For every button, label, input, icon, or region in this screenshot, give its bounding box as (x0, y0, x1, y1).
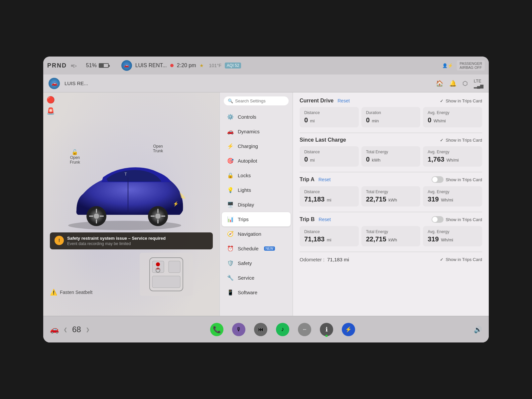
warning-banner: ! Safety restraint system issue – Servic… (50, 232, 213, 249)
menu-item-dynamics[interactable]: 🚗Dynamics (222, 124, 291, 139)
slc-energy-card: Total Energy 0 kWh (361, 146, 421, 167)
slc-distance-value: 0 mi (304, 156, 354, 163)
home-icon[interactable]: 🏠 (436, 80, 443, 87)
screen-header: 🚗 LUIS RE... 🏠 🔔 ⬡ LTE▂▄▆ (43, 74, 489, 92)
trip-b-title: Trip B (300, 216, 315, 222)
odometer-check: ✓ (440, 257, 444, 262)
odometer-row: Odometer : 71,183 mi ✓ Show in Trips Car… (300, 257, 482, 262)
svg-point-22 (156, 262, 160, 266)
car-bottom-icon[interactable]: 🚗 (50, 325, 59, 334)
menu-item-locks[interactable]: 🔒Locks (222, 168, 291, 183)
odometer-label: Odometer : (300, 257, 325, 262)
seatbelt-warning-icon: 🔴 (47, 96, 55, 104)
trip-b-header: Trip B Reset Show in Trips Card (300, 216, 482, 223)
open-trunk-button[interactable]: Open Trunk (153, 144, 163, 153)
current-drive-header: Current Drive Reset ✓ Show in Trips Card (300, 98, 482, 104)
trip-a-avg-energy-card: Avg. Energy 319 Wh/mi (423, 186, 482, 206)
fasten-seatbelt-warning: ⚠️ Fasten Seatbelt (50, 289, 92, 296)
main-content: 🔴 🚨 🔓 Open Frunk Open Trunk (43, 92, 489, 316)
menu-item-safety[interactable]: 🛡️Safety (222, 256, 291, 270)
settings-menu: 🔍 ⚙️Controls🚗Dynamics⚡Charging🎯Autopilot… (219, 92, 293, 316)
warning-text-block: Safety restraint system issue – Service … (67, 236, 166, 246)
menu-item-lights[interactable]: 💡Lights (222, 183, 291, 197)
battery-percent: 51% (86, 63, 97, 68)
since-last-charge-section: Since Last Charge ✓ Show in Trips Card D… (300, 137, 482, 167)
menu-item-safety-label: Safety (238, 260, 252, 266)
menu-item-charging-icon: ⚡ (227, 143, 234, 149)
search-input[interactable] (235, 98, 285, 103)
trip-b-avg-energy-label: Avg. Energy (428, 229, 477, 234)
trip-a-toggle-switch[interactable] (432, 176, 444, 183)
menu-item-navigation[interactable]: 🧭Navigation (222, 227, 291, 241)
menu-item-autopilot[interactable]: 🎯Autopilot (222, 154, 291, 168)
trip-b-reset[interactable]: Reset (319, 217, 331, 222)
bluetooth-icon[interactable]: ⬡ (463, 80, 468, 87)
menu-item-trips-icon: 📊 (227, 216, 234, 222)
trip-b-distance-value: 71,183 mi (304, 235, 354, 243)
current-drive-duration-value: 0 min (366, 116, 416, 124)
trip-b-trips-label: Show in Trips Card (446, 217, 482, 222)
menu-item-lights-icon: 💡 (227, 187, 234, 193)
menu-item-display-label: Display (238, 202, 254, 207)
current-drive-check: ✓ (440, 98, 444, 103)
header-car-avatar: 🚗 (49, 78, 60, 89)
since-last-charge-stats: Distance 0 mi Total Energy 0 kWh (300, 146, 482, 167)
menu-item-schedule-label: Schedule (238, 246, 259, 251)
menu-item-schedule-icon: ⏰ (227, 245, 234, 252)
trip-a-avg-energy-value: 319 Wh/mi (428, 196, 477, 203)
trip-a-reset[interactable]: Reset (319, 177, 331, 182)
menu-item-controls[interactable]: ⚙️Controls (222, 110, 291, 124)
status-temp: 101°F (209, 63, 222, 68)
bottom-bar: 🚗 ❮ 68 ❯ 📞 🎙 ⏮ ♪ ··· ℹ ⚡ 🔊 (43, 316, 489, 342)
passenger-airbag-icon: 👤⚡ (442, 63, 453, 68)
warning-sub: Event data recording may be limited (67, 241, 166, 246)
voice-app-button[interactable]: 🎙 (232, 323, 245, 336)
trip-a-total-energy-label: Total Energy (366, 190, 416, 194)
phone-app-button[interactable]: 📞 (210, 323, 223, 336)
divider-3 (300, 212, 482, 212)
since-last-charge-trips-label: Show in Trips Card (446, 138, 482, 143)
menu-item-software[interactable]: 📱Software (222, 285, 291, 300)
fasten-seatbelt-icon: ⚠️ (50, 289, 57, 296)
current-drive-reset[interactable]: Reset (337, 98, 350, 103)
current-drive-distance-label: Distance (304, 110, 354, 115)
fasten-seatbelt-label: Fasten Seatbelt (60, 290, 92, 295)
menu-item-schedule-badge: NEW (264, 246, 275, 251)
menu-item-navigation-icon: 🧭 (227, 231, 234, 237)
status-car-name: LUIS RENT... (135, 63, 167, 68)
spotify-app-button[interactable]: ♪ (276, 323, 289, 336)
menu-item-service[interactable]: 🔧Service (222, 271, 291, 285)
seat-map (140, 253, 193, 296)
media-icon: ≡▷ (71, 63, 77, 68)
menu-item-charging[interactable]: ⚡Charging (222, 139, 291, 153)
driver-warning-icon: 🚨 (47, 107, 55, 115)
trip-a-trips-toggle[interactable]: Show in Trips Card (432, 176, 482, 183)
trip-b-trips-toggle[interactable]: Show in Trips Card (432, 216, 482, 223)
search-bar[interactable]: 🔍 (224, 96, 289, 105)
trip-b-toggle-switch[interactable] (432, 216, 444, 223)
menu-item-trips[interactable]: 📊Trips (222, 212, 291, 226)
current-drive-trips-label: Show in Trips Card (446, 98, 482, 103)
volume-icon[interactable]: 🔊 (474, 326, 482, 333)
menu-item-controls-icon: ⚙️ (227, 114, 234, 120)
current-drive-trips-toggle: ✓ Show in Trips Card (440, 98, 482, 103)
more-app-button[interactable]: ··· (298, 323, 311, 336)
menu-item-charging-label: Charging (238, 143, 258, 149)
menu-item-display-icon: 🖥️ (227, 201, 234, 208)
bluetooth-app-button[interactable]: ⚡ (342, 323, 355, 336)
media-app-button[interactable]: ⏮ (254, 323, 267, 336)
bell-icon[interactable]: 🔔 (449, 80, 457, 87)
current-drive-duration-card: Duration 0 min (361, 107, 421, 127)
temp-up-chevron[interactable]: ❯ (86, 327, 90, 332)
trip-a-distance-label: Distance (304, 190, 354, 194)
trip-a-trips-label: Show in Trips Card (446, 177, 482, 182)
status-bar: PRND ≡▷ 51% 🚗 LUIS RENT... 2:20 pm ★ 101… (43, 57, 489, 74)
menu-item-schedule[interactable]: ⏰ScheduleNEW (222, 241, 291, 256)
trip-b-energy-card: Total Energy 22,715 kWh (361, 226, 421, 246)
temp-down-chevron[interactable]: ❮ (64, 327, 67, 332)
since-last-charge-trips-toggle: ✓ Show in Trips Card (440, 138, 482, 143)
search-icon: 🔍 (228, 98, 233, 103)
divider-4 (300, 252, 482, 252)
menu-item-display[interactable]: 🖥️Display (222, 198, 291, 212)
info-app-button[interactable]: ℹ (320, 323, 333, 336)
